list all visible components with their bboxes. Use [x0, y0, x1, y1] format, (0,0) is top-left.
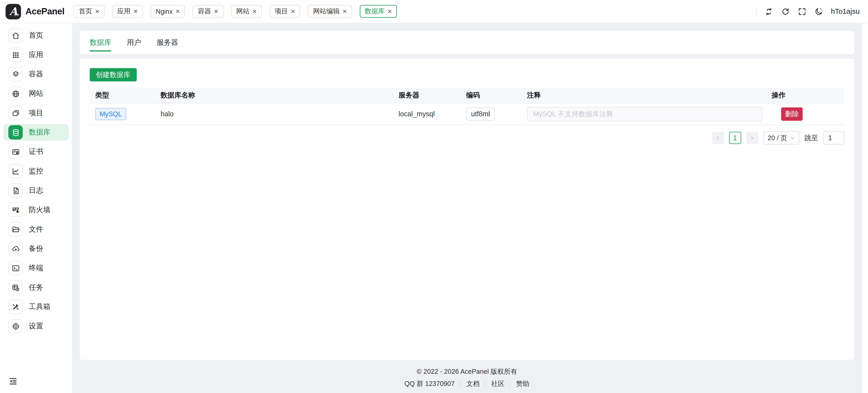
top-bar: A ce AcePanel 首页✕ 应用✕ Nginx✕ 容器✕ 网站✕ 项目✕… [0, 0, 868, 23]
divider [460, 381, 461, 387]
top-tab-apps[interactable]: 应用✕ [112, 5, 143, 18]
app-logo[interactable]: A ce AcePanel [0, 4, 64, 19]
sidebar-item-projects[interactable]: 项目 [3, 105, 69, 121]
close-icon[interactable]: ✕ [175, 8, 180, 14]
column-header-type: 类型 [90, 91, 155, 100]
divider [756, 7, 757, 15]
refresh-icon[interactable] [781, 7, 790, 16]
sponsor-link[interactable]: 赞助 [516, 379, 530, 389]
table-row: MySQL halo local_mysql 删除 [90, 103, 844, 125]
sidebar-item-terminal[interactable]: 终端 [3, 260, 69, 276]
projects-icon [8, 106, 23, 120]
top-tab-home[interactable]: 首页✕ [74, 5, 104, 18]
chevron-down-icon [790, 135, 795, 141]
create-database-button[interactable]: 创建数据库 [90, 68, 136, 82]
column-header-server: 服务器 [393, 91, 461, 100]
footer-links: QQ 群 12370907 文档 社区 赞助 [80, 379, 854, 389]
page-size-select[interactable]: 20 / 页 [763, 131, 799, 145]
table-header-row: 类型 数据库名称 服务器 编码 注释 操作 [90, 88, 844, 103]
top-tab-nginx[interactable]: Nginx✕ [151, 5, 185, 18]
close-icon[interactable]: ✕ [290, 8, 295, 14]
sidebar-item-containers[interactable]: 容器 [3, 66, 69, 83]
logo-icon: A ce [5, 4, 21, 19]
line-chart-icon [8, 164, 23, 178]
log-file-icon [8, 183, 23, 198]
prev-page-button[interactable] [712, 132, 724, 144]
sidebar-item-certificates[interactable]: 证书 [3, 144, 69, 160]
username-menu[interactable]: hTo1ajsu [831, 7, 860, 16]
sidebar-item-backups[interactable]: 备份 [3, 240, 69, 257]
db-server: local_mysql [393, 110, 461, 118]
jump-to-input[interactable] [823, 131, 844, 145]
top-tab-containers[interactable]: 容器✕ [193, 5, 223, 18]
sidebar-item-database[interactable]: 数据库 [3, 124, 69, 141]
column-header-encoding: 编码 [461, 91, 522, 100]
next-page-button[interactable] [746, 132, 758, 144]
fullscreen-icon[interactable] [798, 7, 807, 16]
certificate-icon [8, 145, 23, 159]
chevron-right-icon [749, 135, 755, 141]
home-icon [8, 28, 23, 42]
sidebar-item-monitoring[interactable]: 监控 [3, 163, 69, 180]
sidebar-item-files[interactable]: 文件 [3, 221, 69, 238]
top-tab-websites[interactable]: 网站✕ [231, 5, 262, 18]
sync-icon[interactable] [765, 7, 773, 16]
terminal-icon [8, 261, 23, 275]
top-tab-database[interactable]: 数据库✕ [360, 5, 397, 18]
close-icon[interactable]: ✕ [133, 8, 138, 14]
sidebar-item-websites[interactable]: 网站 [3, 85, 69, 102]
db-name: halo [155, 110, 393, 118]
layers-icon [8, 67, 23, 82]
footer: © 2022 - 2026 AcePanel 版权所有 QQ 群 1237090… [80, 367, 854, 389]
app-title: AcePanel [26, 6, 65, 16]
database-panel: 创建数据库 类型 数据库名称 服务器 编码 注释 操作 MySQL halo l… [80, 59, 854, 360]
close-icon[interactable]: ✕ [388, 8, 392, 14]
content-area: 数据库 用户 服务器 创建数据库 类型 数据库名称 服务器 编码 注释 操作 M… [72, 23, 861, 393]
tab-databases[interactable]: 数据库 [90, 31, 112, 54]
close-icon[interactable]: ✕ [95, 8, 100, 14]
close-icon[interactable]: ✕ [214, 8, 219, 14]
divider [510, 381, 510, 387]
scrollbar-gutter[interactable] [861, 23, 868, 393]
copyright-text: © 2022 - 2026 AcePanel 版权所有 [80, 367, 854, 376]
comment-input[interactable] [527, 107, 762, 121]
sidebar-item-home[interactable]: 首页 [3, 27, 69, 44]
close-icon[interactable]: ✕ [252, 8, 257, 14]
sidebar-item-apps[interactable]: 应用 [3, 47, 69, 63]
pagination: 1 20 / 页 跳至 [90, 131, 844, 145]
sidebar-collapse-icon[interactable] [8, 376, 18, 386]
top-tab-website-edit[interactable]: 网站编辑✕ [308, 5, 352, 18]
sidebar-item-settings[interactable]: 设置 [3, 318, 69, 334]
docs-link[interactable]: 文档 [466, 379, 480, 389]
encoding-input[interactable] [466, 108, 495, 121]
qq-group-text: QQ 群 12370907 [404, 379, 455, 389]
community-link[interactable]: 社区 [491, 379, 505, 389]
folder-icon [8, 222, 23, 236]
sidebar-item-tasks[interactable]: 任务 [3, 279, 69, 296]
toolbox-icon [8, 300, 23, 314]
chevron-left-icon [715, 135, 721, 141]
top-tab-projects[interactable]: 项目✕ [270, 5, 300, 18]
content-tabs-card: 数据库 用户 服务器 [80, 31, 854, 54]
sidebar-item-toolbox[interactable]: 工具箱 [3, 298, 69, 315]
database-table: 类型 数据库名称 服务器 编码 注释 操作 MySQL halo local_m… [90, 88, 844, 125]
sidebar-item-firewall[interactable]: 防火墙 [3, 202, 69, 218]
column-header-actions: 操作 [766, 91, 844, 100]
firewall-icon [8, 203, 23, 217]
page-number-1[interactable]: 1 [729, 132, 741, 144]
db-type-tag[interactable]: MySQL [95, 108, 126, 120]
database-icon [8, 125, 23, 140]
divider [485, 381, 486, 387]
top-actions: hTo1ajsu [756, 7, 868, 16]
dark-mode-moon-icon[interactable] [814, 7, 823, 16]
sidebar-item-logs[interactable]: 日志 [3, 182, 69, 199]
top-tab-strip: 首页✕ 应用✕ Nginx✕ 容器✕ 网站✕ 项目✕ 网站编辑✕ 数据库✕ [74, 5, 756, 18]
tasks-schedule-icon [8, 280, 23, 295]
tab-servers[interactable]: 服务器 [157, 31, 179, 54]
tab-users[interactable]: 用户 [127, 31, 141, 54]
gear-icon [8, 319, 23, 333]
apps-grid-icon [8, 48, 23, 62]
cloud-upload-icon [8, 241, 23, 256]
close-icon[interactable]: ✕ [342, 8, 347, 14]
delete-button[interactable]: 删除 [781, 108, 803, 121]
